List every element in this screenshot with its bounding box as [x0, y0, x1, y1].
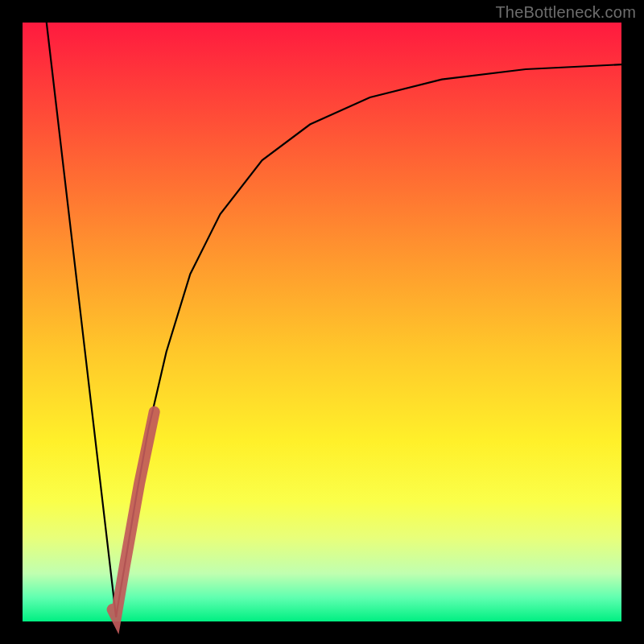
right-rising-curve [116, 64, 621, 617]
left-falling-segment [47, 23, 116, 617]
watermark-text: TheBottleneck.com [495, 3, 636, 22]
chart-svg [23, 23, 621, 621]
highlight-segment [113, 412, 155, 617]
